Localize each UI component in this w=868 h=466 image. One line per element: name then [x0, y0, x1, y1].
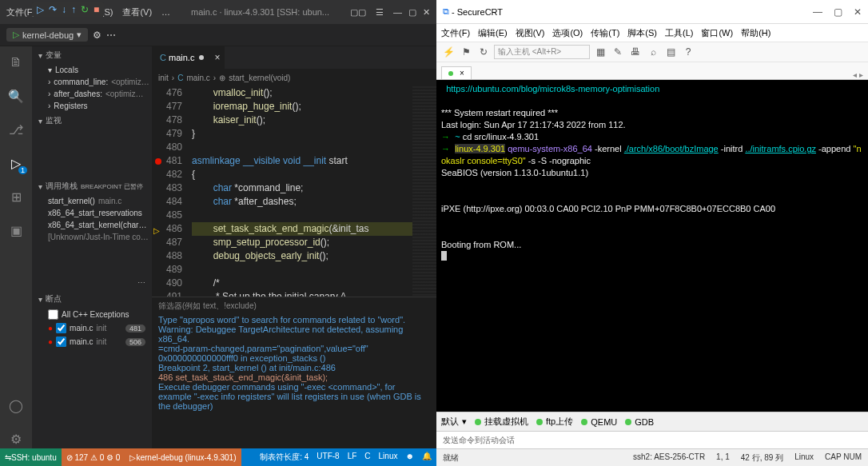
more-icon[interactable]: ⋯	[106, 30, 116, 41]
crumb-0[interactable]: init	[158, 74, 169, 82]
diag-indicator[interactable]: ⊘ 127 ⚠ 0 ⚙ 0	[62, 448, 125, 466]
btn-qemu[interactable]: QEMU	[581, 417, 617, 427]
search-icon[interactable]: 🔍	[6, 86, 26, 106]
restart-icon[interactable]: ↻	[81, 4, 89, 15]
menu-more[interactable]: …	[161, 7, 170, 17]
close-icon[interactable]: ✕	[854, 6, 862, 18]
feedback-icon[interactable]: ☻	[405, 452, 414, 463]
tb-icon[interactable]: ▤	[663, 45, 678, 59]
watch-header[interactable]: ▾ 监视	[32, 112, 152, 129]
tb-icon[interactable]: ✎	[611, 45, 625, 59]
crt-status-bar: 就绪 ssh2: AES-256-CTR 1, 1 42 行, 89 列 Lin…	[436, 448, 868, 466]
status-os: Linux	[794, 452, 814, 464]
btn-mount[interactable]: 挂载虚拟机	[475, 416, 528, 428]
bp-checkbox[interactable]	[48, 309, 58, 320]
ellipsis-icon[interactable]: ⋯	[32, 275, 152, 290]
crt-command-window[interactable]: 发送命令到活动会话	[436, 431, 868, 448]
bp-all-cpp[interactable]: All C++ Exceptions	[32, 308, 152, 321]
tab-list-icon[interactable]: ◂ ▸	[853, 70, 863, 79]
debug-icon[interactable]: ▷1	[6, 153, 26, 173]
var-command-line[interactable]: › command_line: <optimiz…	[32, 76, 152, 88]
bp-item-0[interactable]: ● main.c init481	[32, 321, 152, 335]
layout-icon[interactable]: ▢▢	[350, 7, 366, 18]
bell-icon[interactable]: 🔔	[422, 452, 432, 463]
os-indicator[interactable]: Linux	[379, 452, 398, 463]
lang-indicator[interactable]: C	[364, 452, 370, 463]
crt-tab-session[interactable]: ×	[441, 66, 472, 79]
crt-menu-window[interactable]: 窗口(W)	[701, 27, 733, 39]
breakpoints-header[interactable]: ▾ 断点	[32, 290, 152, 308]
filter-input[interactable]: 筛选器(例如 text、!exclude)	[158, 301, 430, 312]
crt-menu-tools[interactable]: 工具(L)	[665, 27, 693, 39]
bp-checkbox[interactable]	[56, 337, 66, 347]
close-icon[interactable]: ✕	[423, 7, 430, 18]
tab-main-c[interactable]: C main.c ×	[152, 46, 225, 69]
tb-icon[interactable]: ▦	[593, 45, 607, 59]
step-over-icon[interactable]: ↷	[49, 4, 57, 15]
btn-default[interactable]: 默认 ▾	[441, 416, 467, 428]
eol-indicator[interactable]: LF	[348, 452, 357, 463]
account-icon[interactable]: ◯	[6, 396, 26, 415]
code-lines[interactable]: vmalloc_init(); ioremap_huge_init(); kai…	[192, 86, 412, 297]
terminal[interactable]: https://ubuntu.com/blog/microk8s-memory-…	[436, 80, 868, 412]
host-input[interactable]: 输入主机 <Alt+R>	[494, 45, 590, 59]
tb-icon[interactable]: ?	[681, 45, 695, 59]
menu-view[interactable]: 查看(V)	[122, 6, 152, 18]
layout-icon-2[interactable]: ☰	[376, 7, 384, 18]
stack-frame-2[interactable]: x86_64_start_kernel(char…	[32, 219, 152, 231]
crt-button-bar: 默认 ▾ 挂载虚拟机 ftp上传 QEMU GDB	[436, 412, 868, 431]
remote-indicator[interactable]: ⇋ SSH: ubuntu	[0, 448, 62, 466]
tabsize-indicator[interactable]: 制表符长度: 4	[260, 452, 309, 463]
minimize-icon[interactable]: —	[813, 6, 822, 18]
breadcrumb[interactable]: init › C main.c › ⊕ start_kernel(void)	[152, 69, 436, 86]
extensions-icon[interactable]: ⊞	[6, 187, 26, 206]
quick-connect-icon[interactable]: ⚑	[459, 45, 473, 59]
remote-icon[interactable]: ▣	[6, 221, 26, 240]
registers-group[interactable]: › Registers	[32, 100, 152, 112]
menu-file[interactable]: 文件(F)	[6, 6, 35, 18]
tb-icon[interactable]: ⌕	[646, 45, 660, 59]
bp-item-1[interactable]: ● main.c init506	[32, 335, 152, 349]
crt-menu-help[interactable]: 帮助(H)	[741, 27, 770, 39]
btn-gdb[interactable]: GDB	[625, 417, 654, 427]
crt-menu-view[interactable]: 视图(V)	[516, 27, 545, 39]
code-editor[interactable]: 476477478479480481482483484485486▷487488…	[152, 86, 436, 297]
btn-ftp[interactable]: ftp上传	[536, 416, 573, 428]
crt-menu-options[interactable]: 选项(O)	[552, 27, 583, 39]
tb-icon[interactable]: 🖶	[628, 45, 643, 59]
stack-frame-1[interactable]: x86_64_start_reservations	[32, 207, 152, 219]
crt-menu-transfer[interactable]: 传输(T)	[591, 27, 619, 39]
minimap[interactable]	[412, 86, 436, 297]
variables-header[interactable]: ▾ 变量	[32, 46, 152, 64]
locals-group[interactable]: ▾ Locals	[32, 64, 152, 76]
var-after-dashes[interactable]: › after_dashes: <optimiz…	[32, 88, 152, 100]
bp-checkbox[interactable]	[56, 323, 66, 333]
debug-indicator[interactable]: ▷ kernel-debug (linux-4.9.301)	[125, 448, 241, 466]
crt-menu-file[interactable]: 文件(F)	[441, 27, 470, 39]
step-into-icon[interactable]: ↓	[62, 4, 66, 15]
gear-icon[interactable]: ⚙	[93, 30, 102, 41]
encoding-indicator[interactable]: UTF-8	[317, 452, 339, 463]
maximize-icon[interactable]: ▢	[834, 6, 842, 18]
reconnect-icon[interactable]: ↻	[476, 45, 491, 59]
settings-icon[interactable]: ⚙	[6, 429, 26, 448]
debug-config-selector[interactable]: ▷ kernel-debug ▾	[6, 28, 88, 42]
stack-frame-3[interactable]: [Unknown/Just-In-Time co…	[32, 231, 152, 243]
stop-icon[interactable]: ■	[94, 4, 99, 15]
crt-menu-edit[interactable]: 编辑(E)	[478, 27, 508, 39]
crumb-2[interactable]: start_kernel(void)	[229, 74, 290, 82]
c-file-icon: C	[160, 53, 166, 62]
debug-console[interactable]: 筛选器(例如 text、!exclude) Type "apropos word…	[152, 297, 436, 448]
connect-icon[interactable]: ⚡	[441, 45, 456, 59]
scm-icon[interactable]: ⎇	[6, 120, 26, 139]
crt-menu-script[interactable]: 脚本(S)	[627, 27, 657, 39]
stack-frame-0[interactable]: start_kernel() main.c	[32, 195, 152, 207]
callstack-header[interactable]: ▾ 调用堆栈 BREAKPOINT 已暂停	[32, 177, 152, 195]
maximize-icon[interactable]: ▢	[408, 7, 416, 18]
explorer-icon[interactable]: 🗎	[6, 53, 26, 72]
step-out-icon[interactable]: ↑	[71, 4, 76, 15]
crumb-1[interactable]: main.c	[186, 74, 209, 82]
minimize-icon[interactable]: —	[393, 7, 402, 18]
continue-icon[interactable]: ▷	[37, 4, 44, 15]
close-icon[interactable]: ×	[214, 52, 220, 63]
